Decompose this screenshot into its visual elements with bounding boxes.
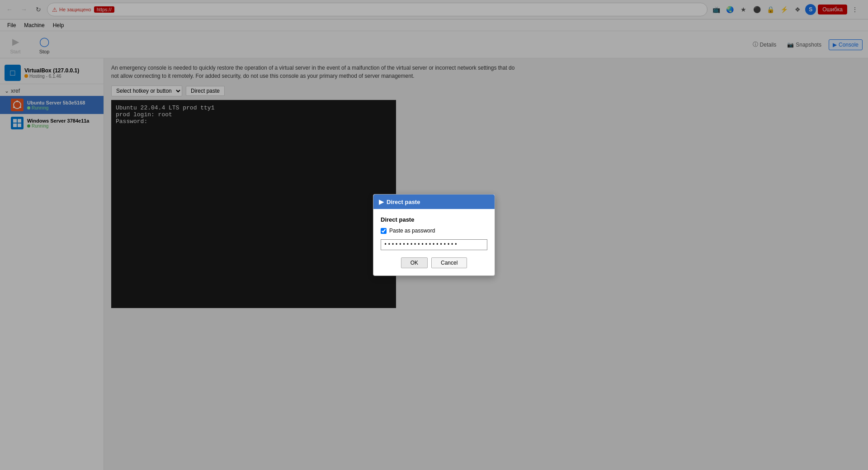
modal-buttons: OK Cancel	[381, 257, 487, 268]
paste-as-password-checkbox[interactable]	[381, 228, 387, 234]
password-input[interactable]	[381, 239, 487, 250]
cancel-button[interactable]: Cancel	[431, 257, 467, 268]
modal-titlebar: ▶ Direct paste	[373, 195, 495, 209]
paste-as-password-label[interactable]: Paste as password	[389, 228, 435, 234]
direct-paste-modal: ▶ Direct paste Direct paste Paste as pas…	[373, 194, 495, 276]
modal-title: Direct paste	[387, 199, 420, 205]
modal-overlay: ▶ Direct paste Direct paste Paste as pas…	[0, 0, 868, 470]
modal-body: Direct paste Paste as password OK Cancel	[373, 209, 495, 275]
modal-checkbox-row: Paste as password	[381, 228, 487, 234]
modal-section-title: Direct paste	[381, 216, 487, 223]
ok-button[interactable]: OK	[401, 257, 428, 268]
modal-titlebar-icon: ▶	[379, 198, 384, 205]
